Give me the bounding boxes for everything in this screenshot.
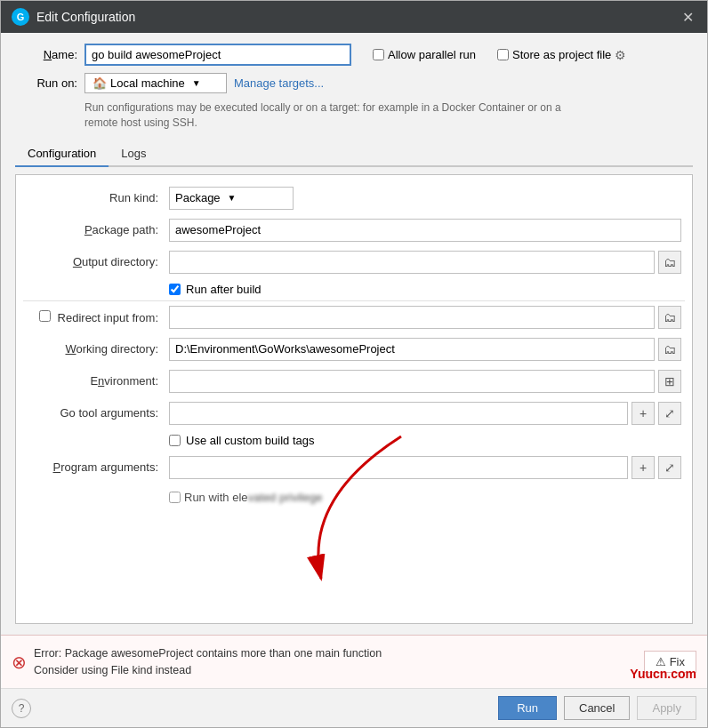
tab-configuration[interactable]: Configuration xyxy=(15,141,109,167)
program-args-actions: + ⤢ xyxy=(632,456,681,479)
tabs-bar: Configuration Logs xyxy=(15,141,693,167)
redirect-input-label: Redirect input from: xyxy=(27,310,169,324)
help-button[interactable]: ? xyxy=(12,699,31,718)
run-after-build-label[interactable]: Run after build xyxy=(169,283,261,296)
working-directory-browse-button[interactable]: 🗂 xyxy=(658,338,681,361)
program-args-field: + ⤢ xyxy=(169,456,681,479)
elevated-privilege-checkbox[interactable] xyxy=(169,492,181,503)
go-tool-args-row: Go tool arguments: + ⤢ xyxy=(16,397,692,429)
output-directory-row: Output directory: 🗂 xyxy=(16,246,692,278)
elevated-privilege-row: Run with elevated privilege xyxy=(16,484,692,512)
run-kind-label: Run kind: xyxy=(27,191,169,204)
machine-icon: 🏠 xyxy=(93,76,107,90)
error-bar: ⊗ Error: Package awesomeProject contains… xyxy=(1,635,707,688)
output-directory-input[interactable] xyxy=(169,251,655,274)
environment-row: Environment: ⊞ xyxy=(16,365,692,397)
go-tool-args-field: + ⤢ xyxy=(169,402,681,425)
run-kind-row: Run kind: Package ▼ xyxy=(16,182,692,214)
watermark: Yuucn.com xyxy=(630,667,696,681)
go-tool-args-actions: + ⤢ xyxy=(632,402,681,425)
elevated-privilege-field: Run with elevated privilege xyxy=(169,491,681,504)
dialog-title: Edit Configuration xyxy=(36,10,135,24)
redirect-input-checkbox[interactable] xyxy=(39,310,51,322)
runon-dropdown[interactable]: 🏠 Local machine ▼ xyxy=(84,73,227,93)
dropdown-arrow-icon: ▼ xyxy=(192,78,201,88)
environment-edit-button[interactable]: ⊞ xyxy=(658,370,681,393)
run-after-build-row: Run after build xyxy=(16,278,692,300)
run-kind-field: Package ▼ xyxy=(169,187,681,210)
redirect-input-input[interactable] xyxy=(169,306,655,329)
run-kind-dropdown[interactable]: Package ▼ xyxy=(169,187,294,210)
program-args-row: Program arguments: + ⤢ xyxy=(16,452,692,484)
run-button[interactable]: Run xyxy=(498,696,557,720)
package-path-field xyxy=(169,219,681,242)
cancel-button[interactable]: Cancel xyxy=(564,696,630,720)
store-as-project-label[interactable]: Store as project file ⚙ xyxy=(497,48,626,62)
environment-input[interactable] xyxy=(169,370,655,393)
custom-build-tags-label[interactable]: Use all custom build tags xyxy=(169,434,315,447)
tab-logs[interactable]: Logs xyxy=(109,141,158,167)
name-input[interactable] xyxy=(84,44,351,66)
custom-build-tags-checkbox[interactable] xyxy=(169,435,181,446)
package-path-row: Package path: xyxy=(16,214,692,246)
redirect-input-field: 🗂 xyxy=(169,306,681,329)
working-directory-row: Working directory: 🗂 xyxy=(16,333,692,365)
working-directory-field: 🗂 xyxy=(169,338,681,361)
title-bar-left: G Edit Configuration xyxy=(12,8,135,26)
working-directory-label: Working directory: xyxy=(27,342,169,356)
app-icon: G xyxy=(12,8,29,26)
name-row: Name: Allow parallel run Store as projec… xyxy=(15,44,693,66)
error-text: Error: Package awesomeProject contains m… xyxy=(34,645,637,679)
button-bar: ? Run Cancel Apply xyxy=(1,688,707,727)
allow-parallel-run-checkbox[interactable] xyxy=(373,49,384,60)
custom-build-tags-row: Use all custom build tags xyxy=(16,429,692,452)
package-path-input[interactable] xyxy=(169,219,681,242)
gear-icon: ⚙ xyxy=(615,48,626,62)
hint-text: Run configurations may be executed local… xyxy=(84,100,574,131)
allow-parallel-run-label[interactable]: Allow parallel run xyxy=(373,48,476,61)
output-directory-field: 🗂 xyxy=(169,251,681,274)
store-as-project-checkbox[interactable] xyxy=(497,49,509,60)
environment-label: Environment: xyxy=(27,374,169,388)
go-tool-args-add-button[interactable]: + xyxy=(632,402,655,425)
runon-row: Run on: 🏠 Local machine ▼ Manage targets… xyxy=(15,73,693,93)
manage-targets-link[interactable]: Manage targets... xyxy=(234,76,324,90)
go-tool-args-expand-button[interactable]: ⤢ xyxy=(658,402,681,425)
error-icon: ⊗ xyxy=(12,652,27,673)
package-path-label: Package path: xyxy=(27,223,169,236)
output-directory-label: Output directory: xyxy=(27,255,169,268)
working-directory-input[interactable] xyxy=(169,338,655,361)
run-kind-arrow-icon: ▼ xyxy=(228,193,237,203)
redirect-input-browse-button[interactable]: 🗂 xyxy=(658,306,681,329)
apply-button[interactable]: Apply xyxy=(637,696,696,720)
dialog-content: Name: Allow parallel run Store as projec… xyxy=(1,33,707,635)
go-tool-args-input[interactable] xyxy=(169,402,628,425)
environment-field: ⊞ xyxy=(169,370,681,393)
program-args-label: Program arguments: xyxy=(27,460,169,474)
config-panel: Run kind: Package ▼ Package path: xyxy=(15,174,693,624)
title-bar: G Edit Configuration ✕ xyxy=(1,1,707,33)
output-directory-browse-button[interactable]: 🗂 xyxy=(658,251,681,274)
close-button[interactable]: ✕ xyxy=(679,8,696,26)
go-tool-args-label: Go tool arguments: xyxy=(27,406,169,420)
program-args-add-button[interactable]: + xyxy=(632,456,655,479)
edit-configuration-dialog: G Edit Configuration ✕ Name: Allow paral… xyxy=(0,0,708,728)
runon-label: Run on: xyxy=(15,76,77,90)
name-label: Name: xyxy=(15,48,77,61)
program-args-input[interactable] xyxy=(169,456,628,479)
machine-label: Local machine xyxy=(110,76,185,90)
run-after-build-checkbox[interactable] xyxy=(169,284,181,295)
program-args-expand-button[interactable]: ⤢ xyxy=(658,456,681,479)
redirect-input-row: Redirect input from: 🗂 xyxy=(16,301,692,333)
